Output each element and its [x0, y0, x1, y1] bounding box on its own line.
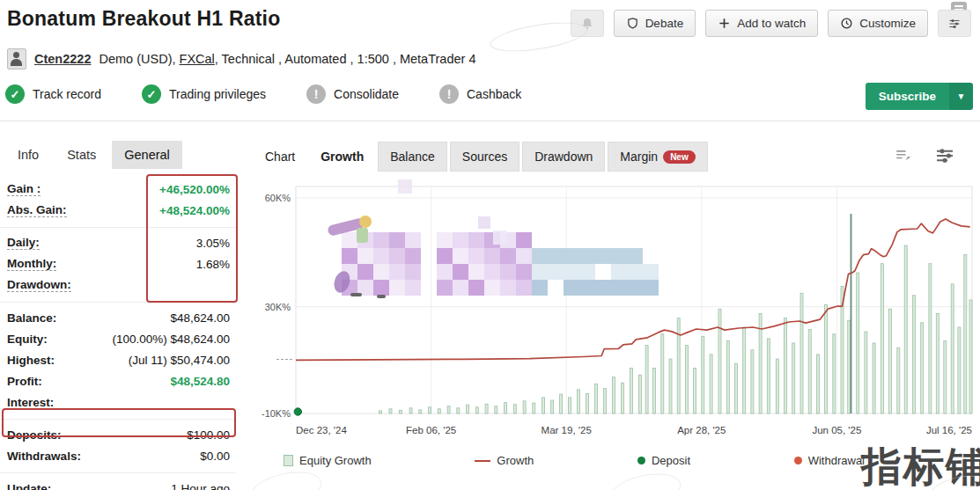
- chart-tab-growth[interactable]: Growth: [309, 142, 375, 172]
- filter-button[interactable]: [938, 10, 971, 37]
- mosaic-cell: [516, 248, 532, 264]
- mosaic-cell: [453, 264, 468, 280]
- stat-label[interactable]: Abs. Gain:: [7, 203, 67, 217]
- mosaic-cell: [500, 280, 516, 296]
- chart-tab-drawdown[interactable]: Drawdown: [522, 142, 605, 172]
- mosaic-cell: [516, 232, 532, 248]
- stat-label[interactable]: Gain :: [7, 182, 41, 196]
- mosaic-cell: [453, 280, 468, 296]
- legend-withdrawal[interactable]: Withdrawal: [794, 454, 865, 467]
- svg-text:30K%: 30K%: [265, 302, 291, 312]
- chart-tab-sources[interactable]: Sources: [450, 142, 519, 172]
- mosaic-cell: [484, 264, 500, 280]
- check-icon: ✓: [5, 84, 25, 104]
- mosaic-cell: [468, 248, 484, 264]
- notifications-button[interactable]: [571, 10, 604, 37]
- username-link[interactable]: Cten2222: [34, 52, 91, 66]
- stats-group: Deposits:$100.00Withdrawals:$0.00: [0, 420, 236, 473]
- badge-consolidate: !Consolidate: [306, 84, 399, 104]
- stat-label: Equity:: [7, 333, 48, 346]
- mosaic-cell: [389, 248, 405, 264]
- mosaic-cell: [595, 280, 611, 296]
- stat-row: Interest:: [0, 391, 236, 413]
- chart-tab-balance[interactable]: Balance: [378, 142, 447, 172]
- mosaic-cell: [500, 248, 516, 264]
- mosaic-cell: [532, 280, 548, 296]
- stat-label: Deposits:: [7, 428, 62, 442]
- mosaic-cell: [405, 264, 421, 280]
- mosaic-cell: [405, 248, 421, 264]
- debate-button[interactable]: Debate: [614, 10, 696, 37]
- mosaic-cell: [516, 280, 532, 296]
- growth-chart[interactable]: 60K%30K%-10K%Dec 23, '24Feb 06, '25Mar 1…: [252, 174, 978, 447]
- subscribe-dropdown-icon[interactable]: ▼: [949, 83, 973, 110]
- legend-growth[interactable]: Growth: [475, 454, 534, 467]
- stat-value: (100.00%) $48,624.00: [112, 333, 230, 346]
- stat-label[interactable]: Drawdown:: [7, 278, 71, 292]
- tab-general[interactable]: General: [112, 141, 182, 169]
- dot-swatch-icon: [794, 457, 802, 464]
- legend-deposit[interactable]: Deposit: [637, 454, 690, 467]
- mosaic-cell: [484, 280, 500, 296]
- chart-legend: Equity GrowthGrowthDepositWithdrawal: [284, 454, 865, 467]
- mosaic-cell: [373, 280, 389, 296]
- account-line: Cten2222 Demo (USD), FXCal, Technical , …: [7, 48, 475, 69]
- stat-label[interactable]: Daily:: [7, 236, 40, 250]
- watermark-text: 指标铺: [861, 440, 980, 490]
- add-to-watch-button[interactable]: Add to watch: [705, 10, 818, 37]
- chart-settings-icon[interactable]: [934, 145, 955, 166]
- stat-label[interactable]: Monthly:: [7, 257, 56, 271]
- mosaic-cell: [437, 264, 453, 280]
- stat-label: Interest:: [7, 396, 54, 409]
- stats-table: Gain :+46,520.00%Abs. Gain:+48,524.00%Da…: [0, 174, 236, 490]
- mosaic-cell: [595, 248, 611, 264]
- app-window: Bonatum Breakout H1 Ratio DebateAdd to w…: [0, 0, 980, 490]
- tab-stats[interactable]: Stats: [55, 141, 108, 169]
- tab-info[interactable]: Info: [5, 141, 51, 169]
- export-icon[interactable]: [894, 148, 913, 164]
- svg-text:Dec 23, '24: Dec 23, '24: [296, 425, 347, 435]
- stats-tabs: InfoStatsGeneral: [0, 141, 236, 169]
- legend-equity-growth[interactable]: Equity Growth: [284, 454, 372, 467]
- mosaic-cell: [342, 232, 357, 248]
- stat-row: Equity:(100.00%) $48,624.00: [0, 328, 236, 349]
- svg-text:Mar 19, '25: Mar 19, '25: [542, 425, 592, 435]
- header-divider: [0, 121, 980, 121]
- mosaic-cell: [564, 280, 579, 296]
- stat-label: Balance:: [7, 311, 56, 325]
- customize-button[interactable]: Customize: [828, 10, 928, 37]
- dot-swatch-icon: [637, 457, 645, 464]
- stat-row: Monthly:1.68%: [0, 253, 236, 274]
- mosaic-cell: [500, 264, 516, 280]
- stat-value: $48,624.00: [170, 311, 230, 325]
- stat-label: Highest:: [7, 354, 55, 367]
- legend-label: Deposit: [652, 454, 690, 467]
- stat-value: $0.00: [200, 450, 230, 463]
- stat-row: Abs. Gain:+48,524.00%: [0, 200, 236, 221]
- legend-label: Withdrawal: [808, 454, 865, 467]
- exclamation-icon: !: [306, 84, 326, 104]
- chart-tab-chart[interactable]: Chart: [254, 142, 306, 172]
- badge-track-record: ✓Track record: [5, 84, 101, 104]
- customize-button-label: Customize: [859, 17, 916, 30]
- mosaic-cell: [357, 248, 373, 264]
- mosaic-cell: [405, 280, 421, 296]
- legend-label: Equity Growth: [299, 454, 372, 467]
- stat-row: Gain :+46,520.00%: [0, 179, 236, 200]
- mosaic-cell: [389, 264, 405, 280]
- broker-link[interactable]: FXCal: [180, 52, 215, 66]
- subscribe-button[interactable]: Subscribe ▼: [866, 83, 973, 110]
- svg-text:Apr 28, '25: Apr 28, '25: [677, 425, 726, 435]
- mosaic-cell: [564, 248, 579, 264]
- bar-swatch-icon: [284, 455, 293, 466]
- stat-value: $100.00: [187, 428, 230, 442]
- chart-tab-margin[interactable]: MarginNew: [608, 142, 707, 172]
- mosaic-cell: [468, 264, 484, 280]
- chart-toolbar: [894, 145, 955, 166]
- check-icon: ✓: [142, 84, 161, 104]
- mosaic-cell: [611, 280, 627, 296]
- mosaic-cell: [627, 280, 643, 296]
- mosaic-cell: [453, 248, 468, 264]
- page-title: Bonatum Breakout H1 Ratio: [7, 7, 280, 31]
- mosaic-cell: [468, 280, 484, 296]
